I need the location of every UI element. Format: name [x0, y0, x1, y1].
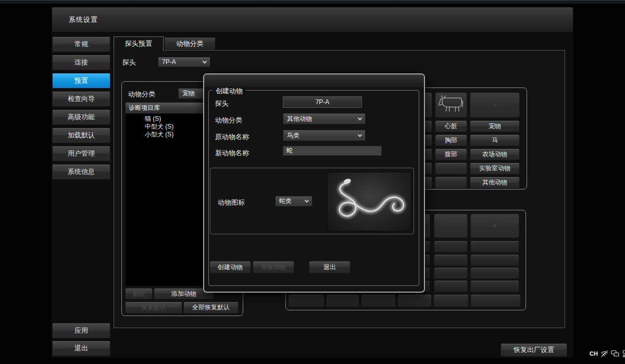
category-farm-animals-button[interactable]: 农场动物 — [470, 148, 520, 160]
window-title: 系统设置 — [69, 15, 98, 24]
delete-animal-button[interactable]: 删除 — [125, 288, 153, 299]
empty-slot-button[interactable] — [470, 267, 519, 279]
animal-icon-value: 蛇类 — [279, 197, 292, 206]
empty-slot-button[interactable] — [435, 162, 467, 174]
category-lab-animals-button[interactable]: 实验室动物 — [470, 162, 520, 174]
exit-button[interactable]: 退出 — [52, 341, 110, 356]
empty-slot-button[interactable] — [288, 294, 324, 307]
next-arrow-icon: > — [493, 101, 497, 109]
dialog-create-button[interactable]: 创建动物 — [209, 261, 251, 273]
empty-slot-button[interactable] — [470, 294, 521, 307]
dialog-category-label: 动物分类 — [215, 116, 242, 125]
animal-icon-select[interactable]: 蛇类 — [275, 196, 312, 207]
empty-slot-button[interactable] — [434, 241, 468, 253]
back-arrow-icon: < — [493, 222, 497, 230]
sidebar-item-general[interactable]: 常规 — [52, 36, 110, 52]
sidebar-item-sys-info[interactable]: 系统信息 — [52, 164, 110, 180]
animal-category-value: 宠物 — [182, 89, 195, 98]
empty-slot-button[interactable] — [470, 241, 519, 253]
empty-slot-button[interactable] — [434, 267, 468, 279]
dialog-probe-label: 探头 — [215, 99, 229, 108]
empty-slot-button[interactable] — [434, 254, 468, 266]
sidebar-item-user-mgmt[interactable]: 用户管理 — [52, 146, 110, 161]
empty-slot-button[interactable] — [435, 177, 467, 189]
restore-default-button[interactable]: 恢复默认 — [125, 302, 182, 313]
empty-slot-button[interactable] — [434, 280, 468, 292]
ultrasound-cart-icon[interactable] — [622, 350, 625, 358]
empty-slot-button[interactable] — [326, 294, 359, 307]
cow-icon-tile[interactable] — [435, 92, 467, 118]
dialog-category-select[interactable]: 其他动物 — [283, 113, 366, 124]
empty-slot-button[interactable] — [397, 294, 432, 307]
screen-bottom-strip — [0, 0, 625, 4]
empty-tile[interactable] — [434, 214, 468, 238]
animal-icon-label: 动物图标 — [218, 198, 245, 207]
dialog-source-name-value: 鸟类 — [287, 131, 299, 140]
dialog-new-name-label: 新动物名称 — [215, 148, 249, 158]
apply-button[interactable]: 应用 — [52, 323, 110, 338]
chevron-down-icon — [305, 198, 309, 203]
next-page-tile[interactable]: > — [470, 92, 520, 118]
chevron-down-icon — [203, 59, 207, 63]
category-horse-button[interactable]: 马 — [470, 134, 520, 146]
create-animal-dialog: 创建动物 探头 7P-A 动物分类 其他动物 原动物名称 鸟类 新动物名称 动物… — [203, 73, 425, 293]
body-part-heart-button[interactable]: 心脏 — [435, 120, 467, 132]
sidebar-item-exam-wizard[interactable]: 检查向导 — [52, 91, 110, 107]
body-part-chest-button[interactable]: 胸部 — [435, 134, 467, 146]
sidebar-item-connect[interactable]: 连接 — [52, 55, 110, 70]
window-titlebar: 系统设置 — [52, 7, 573, 32]
chevron-down-icon — [358, 132, 362, 136]
language-indicator: CH — [590, 350, 598, 357]
sidebar-item-preset[interactable]: 预置 — [52, 73, 110, 89]
sidebar-item-load-default[interactable]: 加载默认 — [52, 128, 110, 143]
dialog-source-name-label: 原动物名称 — [215, 132, 249, 142]
body-part-abdomen-button[interactable]: 腹部 — [435, 148, 467, 160]
category-other-animals-button[interactable]: 其他动物 — [470, 177, 520, 189]
dialog-probe-value: 7P-A — [283, 96, 362, 108]
dual-display-icon[interactable] — [611, 350, 619, 357]
network-status-icon[interactable] — [601, 350, 608, 357]
dialog-source-name-select[interactable]: 鸟类 — [283, 130, 366, 141]
system-tray: CH — [590, 349, 625, 358]
dialog-new-name-input[interactable] — [283, 146, 382, 156]
dialog-exit-button[interactable]: 退出 — [309, 261, 351, 273]
dialog-category-value: 其他动物 — [287, 115, 312, 123]
tab-probe-preset[interactable]: 探头预置 — [114, 36, 164, 51]
empty-slot-button[interactable] — [433, 294, 469, 307]
empty-slot-button[interactable] — [470, 254, 519, 266]
snake-icon — [328, 224, 412, 233]
probe-select[interactable]: 7P-A — [158, 57, 210, 67]
empty-slot-button[interactable] — [361, 294, 396, 307]
dialog-title: 创建动物 — [213, 86, 246, 96]
empty-slot-button[interactable] — [470, 280, 519, 292]
back-page-tile[interactable]: < — [470, 214, 519, 238]
probe-select-value: 7P-A — [162, 58, 176, 66]
probe-label: 探头 — [122, 58, 136, 67]
tab-animal-category[interactable]: 动物分类 — [164, 37, 216, 50]
sidebar-item-advanced[interactable]: 高级功能 — [52, 109, 110, 125]
animal-category-label: 动物分类 — [128, 90, 155, 99]
dialog-replace-button[interactable]: 替换动物 — [253, 261, 294, 273]
chevron-down-icon — [358, 116, 362, 120]
category-pets-button[interactable]: 宠物 — [470, 120, 520, 132]
restore-all-default-button[interactable]: 全部恢复默认 — [183, 302, 239, 313]
cow-icon — [437, 93, 465, 117]
animal-icon-preview — [327, 172, 411, 231]
factory-reset-button[interactable]: 恢复出厂设置 — [501, 343, 567, 357]
